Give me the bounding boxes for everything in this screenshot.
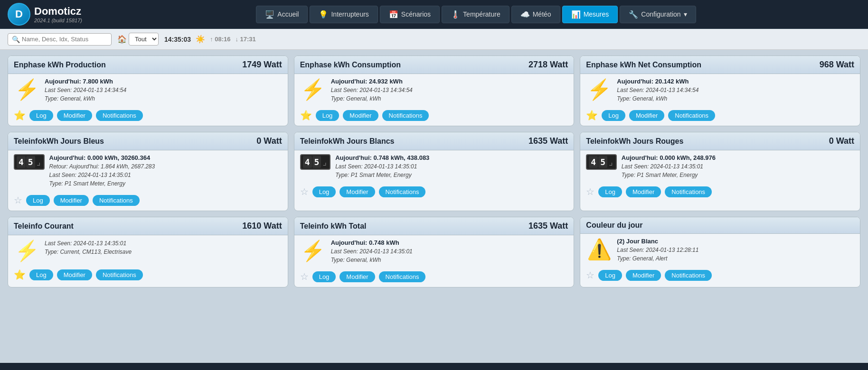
btn-log-enphase-net-consumption[interactable]: Log bbox=[602, 110, 625, 121]
nav-label-5: Mesures bbox=[584, 10, 609, 18]
btn-notifications-teleinfo-bleus[interactable]: Notifications bbox=[93, 195, 140, 206]
card-title: Couleur du jour bbox=[586, 221, 642, 230]
star-button-teleinfo-total[interactable]: ☆ bbox=[300, 271, 309, 282]
card-today: Aujourd'hui: 0.000 kWh, 248.976 bbox=[622, 154, 854, 161]
card-last-seen: Last Seen: 2024-01-13 14:35:01 bbox=[45, 239, 282, 248]
card-title: Teleinfo kWh Total bbox=[300, 222, 367, 231]
card-value: 968 Watt bbox=[820, 60, 854, 70]
card-icon-wrap: 4 5 ⌟ bbox=[586, 154, 617, 170]
star-button-teleinfo-courant[interactable]: ⭐ bbox=[14, 269, 26, 280]
card-footer: ⭐ LogModifierNotifications bbox=[294, 107, 574, 126]
card-header: Couleur du jour bbox=[580, 217, 860, 234]
card-today: (2) Jour Blanc bbox=[617, 238, 854, 245]
card-body: ⚠️ (2) Jour Blanc Last Seen: 2024-01-13 … bbox=[580, 234, 860, 267]
card-teleinfo-bleus: TeleinfokWh Jours Bleus 0 Watt 4 5 ⌟ Auj… bbox=[8, 132, 288, 211]
btn-notifications-enphase-net-consumption[interactable]: Notifications bbox=[668, 110, 715, 121]
nav-icon-0: 🖥️ bbox=[265, 10, 274, 19]
btn-log-teleinfo-courant[interactable]: Log bbox=[29, 269, 53, 280]
lightning-yellow-icon: ⚡ bbox=[15, 239, 39, 262]
card-value: 1610 Watt bbox=[242, 221, 282, 231]
star-button-teleinfo-blancs[interactable]: ☆ bbox=[300, 186, 309, 197]
card-today: Aujourd'hui: 24.932 kWh bbox=[331, 78, 568, 85]
btn-modifier-enphase-net-consumption[interactable]: Modifier bbox=[629, 110, 664, 121]
card-info: Aujourd'hui: 0.000 kWh, 30260.364 Retour… bbox=[49, 154, 282, 188]
btn-log-enphase-consumption[interactable]: Log bbox=[316, 110, 340, 121]
nav-btn-sc-narios[interactable]: 📅Scénarios bbox=[380, 6, 440, 23]
star-button-enphase-net-consumption[interactable]: ⭐ bbox=[586, 110, 598, 121]
card-enphase-net-consumption: Enphase kWh Net Consumption 968 Watt ⚡ A… bbox=[580, 56, 860, 126]
card-type: Type: P1 Smart Meter, Energy bbox=[49, 179, 282, 188]
toolbar: 🔍 🏠 Tout 14:35:03 ☀️ ↑ 08:16 ↓ 17:31 bbox=[0, 29, 868, 50]
card-retour: Retour: Aujourd'hui: 1.864 kWh, 2687.283 bbox=[49, 162, 282, 171]
nav-btn-mesures[interactable]: 📊Mesures bbox=[562, 6, 618, 23]
card-icon-wrap: ⚡ bbox=[300, 239, 326, 262]
btn-modifier-enphase-consumption[interactable]: Modifier bbox=[343, 110, 378, 121]
card-footer: ☆ LogModifierNotifications bbox=[294, 268, 574, 287]
search-icon: 🔍 bbox=[12, 36, 20, 43]
btn-modifier-teleinfo-rouges[interactable]: Modifier bbox=[626, 186, 661, 197]
sunset-time: ↓ 17:31 bbox=[235, 36, 255, 43]
btn-log-teleinfo-total[interactable]: Log bbox=[312, 271, 336, 282]
btn-notifications-teleinfo-rouges[interactable]: Notifications bbox=[665, 186, 712, 197]
btn-modifier-enphase-production[interactable]: Modifier bbox=[57, 110, 92, 121]
nav-icon-1: 💡 bbox=[319, 10, 328, 19]
card-last-seen: Last Seen: 2024-01-13 14:35:01 bbox=[622, 162, 854, 171]
card-last-seen: Last Seen: 2024-01-13 14:34:54 bbox=[45, 86, 282, 94]
btn-modifier-couleur-du-jour[interactable]: Modifier bbox=[626, 270, 661, 281]
btn-notifications-enphase-production[interactable]: Notifications bbox=[96, 110, 143, 121]
star-button-enphase-production[interactable]: ⭐ bbox=[14, 110, 26, 121]
card-info: Aujourd'hui: 0.748 kWh Last Seen: 2024-0… bbox=[331, 239, 568, 264]
card-title: Enphase kWh Consumption bbox=[300, 61, 401, 69]
btn-notifications-teleinfo-blancs[interactable]: Notifications bbox=[379, 186, 426, 197]
card-footer: ⭐ LogModifierNotifications bbox=[8, 266, 288, 285]
nav-btn-temp-rature[interactable]: 🌡️Température bbox=[442, 6, 509, 23]
btn-log-teleinfo-bleus[interactable]: Log bbox=[26, 195, 50, 206]
card-last-seen: Last Seen: 2024-01-13 14:34:54 bbox=[331, 86, 568, 94]
btn-modifier-teleinfo-total[interactable]: Modifier bbox=[340, 271, 375, 282]
card-title: TeleinfokWh Jours Blancs bbox=[300, 137, 395, 146]
star-button-couleur-du-jour[interactable]: ☆ bbox=[586, 269, 594, 281]
btn-notifications-couleur-du-jour[interactable]: Notifications bbox=[665, 270, 712, 281]
sun-icon: ☀️ bbox=[196, 35, 205, 44]
nav-btn-accueil[interactable]: 🖥️Accueil bbox=[256, 6, 308, 23]
card-footer: ⭐ LogModifierNotifications bbox=[580, 107, 860, 126]
card-teleinfo-blancs: TeleinfokWh Jours Blancs 1635 Watt 4 5 ⌟… bbox=[294, 132, 575, 211]
card-footer: ☆ LogModifierNotifications bbox=[8, 192, 288, 211]
btn-log-teleinfo-blancs[interactable]: Log bbox=[312, 186, 336, 197]
card-type: Type: General, Alert bbox=[617, 254, 854, 263]
logo-icon: D bbox=[8, 3, 30, 26]
btn-notifications-teleinfo-courant[interactable]: Notifications bbox=[96, 269, 143, 280]
btn-modifier-teleinfo-courant[interactable]: Modifier bbox=[57, 269, 92, 280]
btn-notifications-enphase-consumption[interactable]: Notifications bbox=[382, 110, 429, 121]
card-info: (2) Jour Blanc Last Seen: 2024-01-13 12:… bbox=[617, 238, 854, 263]
nav-btn-configuration[interactable]: 🔧Configuration ▾ bbox=[620, 6, 696, 23]
card-footer: ☆ LogModifierNotifications bbox=[294, 183, 574, 202]
btn-notifications-teleinfo-total[interactable]: Notifications bbox=[379, 271, 426, 282]
search-input[interactable] bbox=[22, 36, 107, 43]
btn-modifier-teleinfo-blancs[interactable]: Modifier bbox=[340, 186, 375, 197]
card-value: 0 Watt bbox=[256, 136, 282, 146]
filter-select[interactable]: Tout bbox=[129, 33, 159, 46]
lightning-icon: ⚡ bbox=[301, 239, 325, 262]
btn-log-teleinfo-rouges[interactable]: Log bbox=[598, 186, 622, 197]
btn-log-couleur-du-jour[interactable]: Log bbox=[598, 270, 622, 281]
btn-log-enphase-production[interactable]: Log bbox=[29, 110, 53, 121]
warning-icon: ⚠️ bbox=[587, 238, 612, 261]
card-type: Type: General, kWh bbox=[617, 94, 854, 103]
star-button-enphase-consumption[interactable]: ⭐ bbox=[300, 110, 312, 121]
star-button-teleinfo-bleus[interactable]: ☆ bbox=[14, 194, 22, 206]
nav-icon-3: 🌡️ bbox=[451, 10, 460, 19]
btn-modifier-teleinfo-bleus[interactable]: Modifier bbox=[54, 195, 89, 206]
card-body: 4 5 ⌟ Aujourd'hui: 0.748 kWh, 438.083 La… bbox=[294, 150, 574, 183]
card-couleur-du-jour: Couleur du jour ⚠️ (2) Jour Blanc Last S… bbox=[580, 217, 860, 287]
card-body: 4 5 ⌟ Aujourd'hui: 0.000 kWh, 248.976 La… bbox=[580, 150, 860, 183]
star-button-teleinfo-rouges[interactable]: ☆ bbox=[586, 186, 594, 197]
card-type: Type: General, kWh bbox=[331, 94, 568, 103]
card-icon-wrap: ⚡ bbox=[586, 78, 612, 101]
nav-icon-5: 📊 bbox=[571, 10, 581, 19]
nav-btn-interrupteurs[interactable]: 💡Interrupteurs bbox=[310, 6, 377, 23]
nav-label-1: Interrupteurs bbox=[331, 10, 368, 18]
nav-btn-m-t-o[interactable]: ☁️Météo bbox=[511, 6, 560, 23]
app-name: Domoticz bbox=[34, 5, 82, 18]
card-today: Aujourd'hui: 7.800 kWh bbox=[45, 78, 282, 85]
